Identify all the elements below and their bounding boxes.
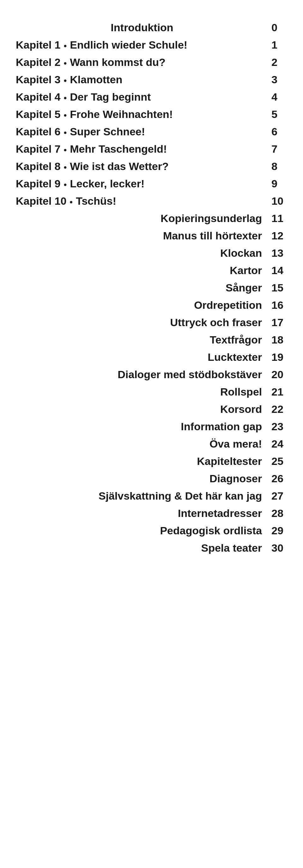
toc-item-title: Internetadresser: [16, 507, 268, 520]
toc-item-title: Kapitel 2 ● Wann kommst du?: [16, 56, 268, 68]
toc-item-number: 18: [268, 334, 287, 346]
table-of-contents-row: Klockan13: [16, 244, 287, 262]
table-of-contents-row: Internetadresser28: [16, 505, 287, 522]
table-of-contents-row: Kapitel 4 ● Der Tag beginnt4: [16, 88, 287, 106]
toc-item-number: 25: [268, 455, 287, 467]
table-of-contents-row: Lucktexter19: [16, 348, 287, 366]
toc-item-title: Diagnoser: [16, 472, 268, 485]
table-of-contents-row: Självskattning & Det här kan jag27: [16, 487, 287, 505]
toc-item-number: 6: [268, 126, 287, 138]
table-of-contents-row: Kapitel 3 ● Klamotten3: [16, 71, 287, 88]
toc-item-number: 1: [268, 39, 287, 51]
table-of-contents-row: Spela teater30: [16, 539, 287, 557]
table-of-contents-row: Introduktion0: [16, 19, 287, 36]
table-of-contents-row: Uttryck och fraser17: [16, 314, 287, 331]
table-of-contents-row: Ordrepetition16: [16, 297, 287, 314]
toc-item-number: 8: [268, 160, 287, 173]
toc-item-title: Uttryck och fraser: [16, 316, 268, 329]
toc-item-title: Information gap: [16, 421, 268, 433]
toc-item-number: 13: [268, 247, 287, 259]
toc-item-title: Självskattning & Det här kan jag: [16, 490, 268, 502]
toc-item-number: 11: [268, 212, 287, 224]
toc-item-title: Kapitel 9 ● Lecker, lecker!: [16, 178, 268, 190]
toc-item-title: Ordrepetition: [16, 299, 268, 311]
toc-item-title: Öva mera!: [16, 438, 268, 450]
table-of-contents-row: Kapitel 1 ● Endlich wieder Schule!1: [16, 36, 287, 54]
toc-item-number: 28: [268, 507, 287, 520]
toc-item-title: Introduktion: [16, 22, 268, 34]
toc-item-number: 12: [268, 229, 287, 242]
toc-item-title: Rollspel: [16, 386, 268, 398]
table-of-contents-row: Pedagogisk ordlista29: [16, 522, 287, 539]
table-of-contents-row: Kapitel 8 ● Wie ist das Wetter?8: [16, 158, 287, 175]
toc-item-number: 26: [268, 472, 287, 485]
toc-item-number: 0: [268, 22, 287, 34]
toc-item-number: 15: [268, 282, 287, 294]
toc-item-number: 22: [268, 403, 287, 415]
toc-item-number: 20: [268, 368, 287, 381]
toc-item-title: Pedagogisk ordlista: [16, 525, 268, 537]
table-of-contents: Introduktion0Kapitel 1 ● Endlich wieder …: [16, 19, 287, 557]
table-of-contents-row: Information gap23: [16, 418, 287, 435]
toc-item-number: 17: [268, 316, 287, 329]
toc-item-title: Kapitel 8 ● Wie ist das Wetter?: [16, 160, 268, 173]
toc-item-number: 7: [268, 143, 287, 155]
toc-item-title: Kartor: [16, 264, 268, 277]
table-of-contents-row: Dialoger med stödbokstäver20: [16, 366, 287, 383]
table-of-contents-row: Diagnoser26: [16, 470, 287, 487]
toc-item-title: Korsord: [16, 403, 268, 415]
toc-item-number: 14: [268, 264, 287, 277]
table-of-contents-row: Kapitel 10 ● Tschüs!10: [16, 192, 287, 210]
toc-item-number: 2: [268, 56, 287, 68]
table-of-contents-row: Kapitel 9 ● Lecker, lecker!9: [16, 175, 287, 192]
table-of-contents-row: Öva mera!24: [16, 435, 287, 453]
toc-item-number: 19: [268, 351, 287, 363]
table-of-contents-row: Manus till hörtexter12: [16, 227, 287, 244]
table-of-contents-row: Textfrågor18: [16, 331, 287, 348]
toc-item-number: 23: [268, 421, 287, 433]
toc-item-title: Textfrågor: [16, 334, 268, 346]
table-of-contents-row: Kapitel 7 ● Mehr Taschengeld!7: [16, 141, 287, 158]
toc-item-title: Kapitel 3 ● Klamotten: [16, 73, 268, 86]
toc-item-number: 29: [268, 525, 287, 537]
toc-item-title: Sånger: [16, 282, 268, 294]
table-of-contents-row: Kapitel 6 ● Super Schnee!6: [16, 123, 287, 141]
toc-item-title: Lucktexter: [16, 351, 268, 363]
table-of-contents-row: Rollspel21: [16, 383, 287, 401]
toc-item-number: 27: [268, 490, 287, 502]
toc-item-number: 9: [268, 178, 287, 190]
toc-item-number: 24: [268, 438, 287, 450]
toc-item-number: 10: [268, 195, 287, 207]
table-of-contents-row: Kartor14: [16, 262, 287, 279]
table-of-contents-row: Kapiteltester25: [16, 453, 287, 470]
toc-item-title: Manus till hörtexter: [16, 229, 268, 242]
toc-item-number: 4: [268, 91, 287, 103]
toc-item-title: Kopieringsunderlag: [16, 212, 268, 224]
toc-item-number: 5: [268, 108, 287, 121]
table-of-contents-row: Korsord22: [16, 401, 287, 418]
table-of-contents-row: Kopieringsunderlag11: [16, 210, 287, 227]
toc-item-title: Klockan: [16, 247, 268, 259]
table-of-contents-row: Kapitel 2 ● Wann kommst du?2: [16, 54, 287, 71]
toc-item-number: 3: [268, 73, 287, 86]
toc-item-title: Kapiteltester: [16, 455, 268, 467]
table-of-contents-row: Kapitel 5 ● Frohe Weihnachten!5: [16, 106, 287, 123]
toc-item-title: Spela teater: [16, 542, 268, 554]
toc-item-title: Kapitel 4 ● Der Tag beginnt: [16, 91, 268, 103]
toc-item-title: Kapitel 1 ● Endlich wieder Schule!: [16, 39, 268, 51]
toc-item-title: Dialoger med stödbokstäver: [16, 368, 268, 381]
toc-item-title: Kapitel 7 ● Mehr Taschengeld!: [16, 143, 268, 155]
toc-item-number: 16: [268, 299, 287, 311]
table-of-contents-row: Sånger15: [16, 279, 287, 297]
toc-item-number: 30: [268, 542, 287, 554]
toc-item-number: 21: [268, 386, 287, 398]
toc-item-title: Kapitel 6 ● Super Schnee!: [16, 126, 268, 138]
toc-item-title: Kapitel 10 ● Tschüs!: [16, 195, 268, 207]
toc-item-title: Kapitel 5 ● Frohe Weihnachten!: [16, 108, 268, 121]
